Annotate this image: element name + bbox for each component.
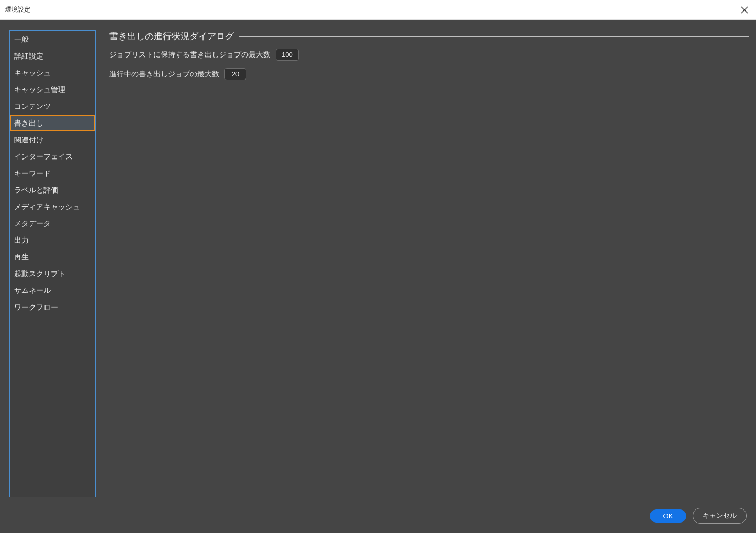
section-divider xyxy=(239,36,749,37)
sidebar-item-export[interactable]: 書き出し xyxy=(10,115,95,131)
sidebar-item-keyword[interactable]: キーワード xyxy=(10,165,95,182)
ok-button[interactable]: OK xyxy=(650,509,686,523)
window-title: 環境設定 xyxy=(5,5,30,14)
close-icon xyxy=(741,6,748,14)
sidebar-item-cache-management[interactable]: キャッシュ管理 xyxy=(10,81,95,98)
sidebar-item-metadata[interactable]: メタデータ xyxy=(10,215,95,232)
content-row: 一般 詳細設定 キャッシュ キャッシュ管理 コンテンツ 書き出し 関連付け イン… xyxy=(0,20,756,503)
max-concurrent-jobs-label: 進行中の書き出しジョブの最大数 xyxy=(109,70,219,79)
max-jobs-in-list-input[interactable]: 100 xyxy=(276,49,299,61)
sidebar-item-workflow[interactable]: ワークフロー xyxy=(10,299,95,315)
main-panel: 書き出しの進行状況ダイアログ ジョブリストに保持する書き出しジョブの最大数 10… xyxy=(109,30,749,497)
workarea: 一般 詳細設定 キャッシュ キャッシュ管理 コンテンツ 書き出し 関連付け イン… xyxy=(0,20,756,533)
titlebar: 環境設定 xyxy=(0,0,756,20)
close-button[interactable] xyxy=(738,4,751,16)
sidebar-item-output[interactable]: 出力 xyxy=(10,232,95,248)
dialog-footer: OK キャンセル xyxy=(0,503,756,533)
sidebar-item-startup-scripts[interactable]: 起動スクリプト xyxy=(10,265,95,282)
cancel-button[interactable]: キャンセル xyxy=(693,508,747,524)
preferences-sidebar: 一般 詳細設定 キャッシュ キャッシュ管理 コンテンツ 書き出し 関連付け イン… xyxy=(9,30,96,497)
max-concurrent-jobs-row: 進行中の書き出しジョブの最大数 20 xyxy=(109,68,749,80)
section-header: 書き出しの進行状況ダイアログ xyxy=(109,30,749,42)
sidebar-item-thumbnail[interactable]: サムネール xyxy=(10,282,95,299)
section-title: 書き出しの進行状況ダイアログ xyxy=(109,30,234,42)
sidebar-item-playback[interactable]: 再生 xyxy=(10,248,95,265)
max-jobs-in-list-row: ジョブリストに保持する書き出しジョブの最大数 100 xyxy=(109,49,749,61)
sidebar-item-interface[interactable]: インターフェイス xyxy=(10,148,95,165)
sidebar-item-cache[interactable]: キャッシュ xyxy=(10,64,95,81)
sidebar-item-advanced[interactable]: 詳細設定 xyxy=(10,48,95,64)
sidebar-item-general[interactable]: 一般 xyxy=(10,31,95,48)
sidebar-item-association[interactable]: 関連付け xyxy=(10,131,95,148)
max-jobs-in-list-label: ジョブリストに保持する書き出しジョブの最大数 xyxy=(109,50,270,60)
max-concurrent-jobs-input[interactable]: 20 xyxy=(224,68,246,80)
sidebar-item-label-rating[interactable]: ラベルと評価 xyxy=(10,182,95,198)
sidebar-item-content[interactable]: コンテンツ xyxy=(10,98,95,115)
sidebar-item-media-cache[interactable]: メディアキャッシュ xyxy=(10,198,95,215)
